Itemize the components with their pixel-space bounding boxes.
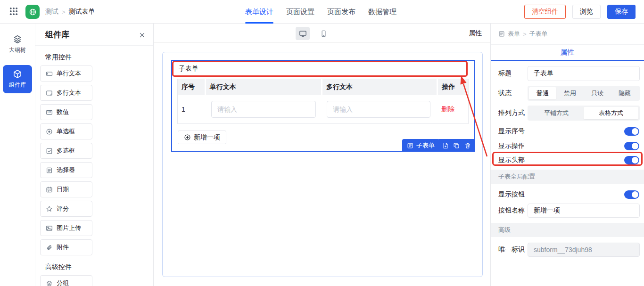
button-name-row: 按钮名称	[498, 204, 639, 218]
segment-option[interactable]: 只读	[584, 87, 611, 99]
left-rail: 大纲树组件库	[0, 24, 35, 286]
inspector-tabrow: 属性	[491, 45, 644, 61]
unique-id-input	[528, 243, 640, 257]
toggle-switch[interactable]	[624, 142, 639, 150]
trash-icon[interactable]	[464, 142, 471, 149]
library-item-label: 多选框	[57, 147, 75, 155]
status-segmented-control: 普通禁用只读隐藏	[528, 86, 640, 101]
library-item-label: 多行文本	[57, 89, 81, 97]
library-item-input[interactable]: 单行文本	[40, 65, 92, 82]
library-item-label: 附件	[57, 243, 69, 252]
date-icon	[46, 186, 53, 193]
status-field-label: 状态	[498, 89, 512, 98]
library-item-number[interactable]: 123数值	[40, 104, 92, 120]
title-field-input[interactable]	[528, 66, 640, 81]
selection-tag-label: 子表单	[416, 141, 435, 150]
add-item-button[interactable]: 新增一项	[178, 131, 226, 144]
component-library-panel: 组件库 常用控件单行文本多行文本123数值单选框多选框选择器日期评分图片上传附件…	[35, 24, 154, 286]
close-icon[interactable]	[139, 31, 146, 38]
library-item-radio[interactable]: 单选框	[40, 123, 92, 139]
topbar-tab[interactable]: 数据管理	[368, 0, 396, 24]
subform-component[interactable]: 子表单 序号单行文本多行文本操作 1 删除 新增一项	[171, 60, 475, 152]
library-item-date[interactable]: 日期	[40, 181, 92, 197]
doc-plus-icon[interactable]	[442, 142, 449, 149]
column-header: 单行文本	[206, 79, 321, 95]
inspector-breadcrumb-current: 子表单	[529, 30, 548, 38]
attachment-icon	[46, 244, 53, 251]
mobile-icon	[320, 30, 328, 38]
breadcrumb-page: 测试表单	[69, 8, 95, 16]
show-button-toggle[interactable]	[624, 190, 639, 199]
single-line-text-input[interactable]	[211, 101, 316, 118]
inspector-panel: 表单 > 子表单 属性 标题 状态 普通禁用只读隐藏 排列方式 平铺方式表格方式…	[490, 24, 644, 286]
add-item-label: 新增一项	[194, 133, 220, 142]
form-icon	[498, 31, 505, 37]
apps-grid-icon[interactable]	[8, 6, 20, 17]
topbar-left: 测试 > 测试表单	[0, 0, 95, 24]
segment-option[interactable]: 表格方式	[584, 107, 638, 119]
rail-item-outline-tree[interactable]: 大纲树	[3, 30, 32, 58]
button-name-label: 按钮名称	[498, 206, 525, 215]
library-item-select[interactable]: 选择器	[40, 162, 92, 178]
toggle-label: 显示操作	[498, 142, 525, 150]
toggle-row: 显示序号	[498, 127, 639, 136]
radio-icon	[46, 128, 53, 135]
segment-option[interactable]: 隐藏	[611, 87, 638, 99]
component-lib-icon	[13, 69, 22, 79]
unique-id-label: 唯一标识	[498, 245, 525, 254]
library-section-title: 常用控件	[45, 53, 153, 62]
desktop-view-button[interactable]	[296, 27, 310, 40]
show-button-label: 显示按钮	[498, 190, 525, 199]
library-item-label: 图片上传	[57, 224, 81, 232]
delete-row-link[interactable]: 删除	[435, 105, 454, 114]
canvas-properties-label[interactable]: 属性	[469, 24, 482, 43]
library-item-textarea[interactable]: 多行文本	[40, 85, 92, 101]
toggle-label: 显示头部	[498, 156, 525, 164]
library-item-star[interactable]: 评分	[40, 201, 92, 217]
library-item-checkbox[interactable]: 多选框	[40, 143, 92, 159]
column-header: 多行文本	[322, 79, 437, 95]
unique-id-row: 唯一标识	[498, 243, 639, 257]
toggle-switch[interactable]	[624, 156, 639, 164]
rail-item-label: 大纲树	[3, 46, 32, 54]
library-item-image[interactable]: 图片上传	[40, 220, 92, 236]
single-line-cell	[205, 101, 320, 118]
layout-segmented-control: 平铺方式表格方式	[528, 106, 640, 121]
rail-item-component-lib[interactable]: 组件库	[3, 65, 32, 93]
topbar-tab[interactable]: 页面设置	[286, 0, 314, 24]
library-item-attachment[interactable]: 附件	[40, 239, 92, 255]
toggle-row: 显示头部	[498, 155, 639, 165]
add-item-plus-icon	[184, 134, 191, 141]
copy-icon[interactable]	[453, 142, 460, 149]
segment-option[interactable]: 普通	[529, 87, 556, 99]
library-item-group[interactable]: 分组	[40, 275, 92, 286]
canvas-toolbar: 属性	[154, 24, 490, 43]
inspector-breadcrumb-separator-icon: >	[523, 31, 527, 38]
multi-line-text-input[interactable]	[327, 101, 430, 118]
toggle-switch[interactable]	[624, 127, 639, 136]
topbar-tab[interactable]: 页面发布	[327, 0, 355, 24]
app-logo[interactable]	[25, 5, 40, 19]
topbar-action-button[interactable]: 浏览	[572, 5, 601, 19]
segment-option[interactable]: 平铺方式	[529, 107, 584, 119]
close-icon	[139, 32, 146, 39]
library-grid: 单行文本多行文本123数值单选框多选框选择器日期评分图片上传附件	[35, 62, 153, 255]
tab-properties[interactable]: 属性	[561, 48, 575, 57]
svg-text:123: 123	[48, 111, 51, 114]
status-field-row: 状态 普通禁用只读隐藏	[498, 86, 639, 101]
subform-table-row: 1 删除	[178, 95, 468, 123]
inspector-breadcrumb-root[interactable]: 表单	[508, 30, 520, 38]
topbar-action-button[interactable]: 清空组件	[524, 5, 566, 19]
topbar-tab[interactable]: 表单设计	[245, 0, 273, 24]
toggle-row: 显示操作	[498, 141, 639, 151]
subform-table-header: 序号单行文本多行文本操作	[178, 79, 468, 95]
column-header: 序号	[178, 79, 205, 95]
button-name-input[interactable]	[528, 204, 640, 218]
section-advanced: 高级	[491, 223, 644, 237]
segment-option[interactable]: 禁用	[556, 87, 584, 99]
layout-field-row: 排列方式 平铺方式表格方式	[498, 106, 639, 121]
library-item-label: 选择器	[57, 166, 75, 174]
mobile-view-button[interactable]	[316, 27, 330, 40]
breadcrumb-workspace[interactable]: 测试	[45, 8, 58, 16]
topbar-action-button[interactable]: 保存	[607, 5, 636, 19]
